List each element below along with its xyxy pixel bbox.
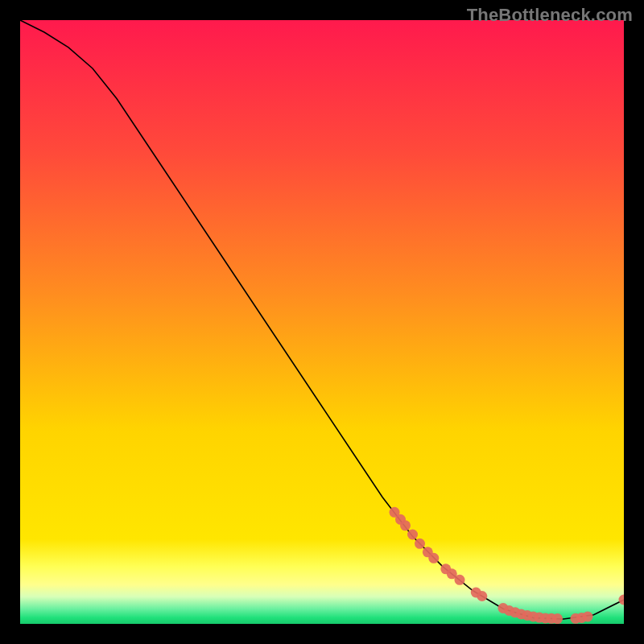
data-marker (455, 575, 465, 585)
plot-area (20, 20, 624, 624)
gradient-background (20, 20, 624, 624)
data-marker (583, 612, 593, 622)
data-marker (428, 553, 439, 564)
chart-svg (20, 20, 624, 624)
data-marker (552, 613, 563, 624)
data-marker (407, 530, 418, 540)
data-marker (400, 520, 411, 530)
data-marker (415, 539, 425, 549)
chart-frame: TheBottleneck.com (0, 0, 644, 644)
watermark-text: TheBottleneck.com (467, 5, 633, 26)
data-marker (477, 591, 487, 601)
